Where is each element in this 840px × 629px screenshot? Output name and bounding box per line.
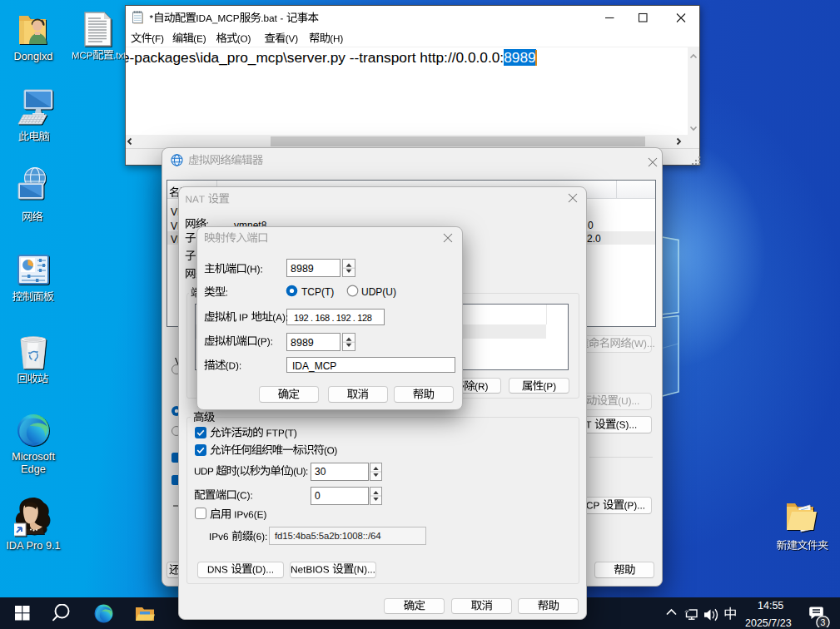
svg-text:3: 3 [821,617,826,627]
